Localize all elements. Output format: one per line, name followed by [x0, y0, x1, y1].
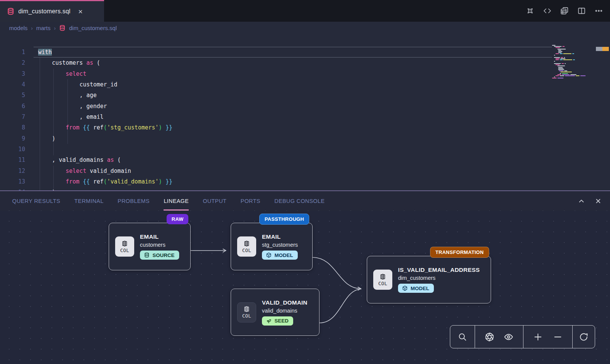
chip-label: COL [242, 313, 251, 319]
tab-debug-console[interactable]: DEBUG CONSOLE [274, 191, 325, 211]
tab-ports[interactable]: PORTS [241, 191, 260, 211]
editor-actions [526, 0, 603, 22]
code-editor: models › marts › dim_customers.sql 12345… [0, 22, 610, 190]
tab-dim-customers[interactable]: dim_customers.sql ✕ [0, 0, 104, 22]
columns-icon [379, 273, 386, 280]
minimap[interactable] [552, 45, 587, 80]
editor-tab-bar: dim_customers.sql ✕ [0, 0, 610, 22]
bottom-panel: QUERY RESULTS TERMINAL PROBLEMS LINEAGE … [0, 190, 610, 364]
resource-badge-model[interactable]: MODEL [398, 284, 434, 293]
split-editor-icon[interactable] [577, 6, 586, 15]
search-icon[interactable] [458, 332, 467, 342]
cube-icon [266, 252, 272, 258]
breadcrumb-separator: › [31, 25, 33, 31]
resource-badge-seed[interactable]: SEED [262, 316, 293, 326]
column-name: IS_VALID_EMAIL_ADDRESS [398, 267, 480, 273]
overview-ruler-mark [596, 47, 602, 51]
line-numbers: 123456789101112131415 [0, 47, 25, 190]
database-icon [144, 252, 150, 258]
column-chip: COL [237, 236, 256, 257]
tag-passthrough: PASSTHROUGH [259, 214, 309, 225]
minus-icon[interactable] [553, 332, 563, 342]
aperture-icon[interactable] [485, 332, 494, 342]
breadcrumb-separator: › [54, 25, 56, 31]
refresh-icon[interactable] [579, 332, 589, 342]
sparkle-icon[interactable] [526, 6, 535, 15]
breadcrumb: models › marts › dim_customers.sql [0, 22, 610, 34]
tab-title: dim_customers.sql [18, 8, 71, 15]
chip-label: COL [242, 247, 251, 253]
cube-icon [402, 285, 408, 291]
chip-label: COL [120, 247, 129, 253]
lineage-node-dim-customers[interactable]: COL IS_VALID_EMAIL_ADDRESS dim_customers… [367, 256, 491, 303]
eye-icon[interactable] [504, 332, 514, 342]
column-chip: COL [115, 236, 134, 257]
tab-close-icon[interactable]: ✕ [78, 9, 83, 14]
breadcrumb-models[interactable]: models [9, 25, 27, 31]
chip-label: COL [378, 281, 387, 286]
columns-icon [243, 240, 250, 247]
column-name: EMAIL [262, 233, 298, 240]
lineage-node-customers[interactable]: COL EMAIL customers SOURCE [109, 223, 191, 270]
close-icon[interactable] [595, 198, 602, 204]
resource-badge-source[interactable]: SOURCE [140, 251, 179, 260]
tab-problems[interactable]: PROBLEMS [118, 191, 150, 211]
model-name: valid_domains [262, 308, 307, 314]
column-name: EMAIL [140, 233, 179, 240]
columns-icon [121, 240, 128, 247]
columns-icon [243, 306, 250, 313]
code-icon[interactable] [543, 6, 552, 15]
more-icon[interactable] [594, 6, 603, 15]
lineage-toolbar [450, 325, 595, 348]
overview-ruler-cursor-mark [602, 47, 609, 51]
code-lines[interactable]: with customers as ( select customer_id ,… [38, 47, 172, 190]
breadcrumb-file[interactable]: dim_customers.sql [69, 25, 117, 31]
tab-terminal[interactable]: TERMINAL [74, 191, 104, 211]
ide-window: dim_customers.sql ✕ [0, 0, 610, 364]
code-region[interactable]: 123456789101112131415 with customers as … [0, 34, 610, 190]
resource-badge-model[interactable]: MODEL [262, 251, 298, 260]
tag-raw: RAW [167, 214, 188, 224]
seedling-icon [266, 318, 272, 324]
lineage-node-valid-domains[interactable]: COL VALID_DOMAIN valid_domains SEED [231, 289, 319, 336]
database-icon [59, 25, 66, 31]
copy-table-icon[interactable] [560, 6, 569, 15]
chevron-up-icon[interactable] [578, 198, 585, 204]
column-chip: COL [373, 270, 392, 290]
tab-lineage[interactable]: LINEAGE [164, 191, 189, 211]
tag-transformation: TRANSFORMATION [430, 247, 489, 258]
panel-tab-bar: QUERY RESULTS TERMINAL PROBLEMS LINEAGE … [0, 191, 610, 211]
column-name: VALID_DOMAIN [262, 299, 307, 306]
model-name: stg_customers [262, 242, 298, 248]
breadcrumb-marts[interactable]: marts [36, 25, 51, 31]
lineage-canvas[interactable]: RAW PASSTHROUGH TRANSFORMATION COL EMAIL… [0, 211, 610, 364]
lineage-node-stg-customers[interactable]: COL EMAIL stg_customers MODEL [231, 223, 313, 270]
database-icon [7, 8, 14, 15]
model-name: dim_customers [398, 275, 480, 281]
plus-icon[interactable] [533, 332, 543, 342]
tab-query-results[interactable]: QUERY RESULTS [12, 191, 60, 211]
column-chip: COL [237, 302, 256, 322]
tab-output[interactable]: OUTPUT [203, 191, 226, 211]
model-name: customers [140, 242, 179, 248]
